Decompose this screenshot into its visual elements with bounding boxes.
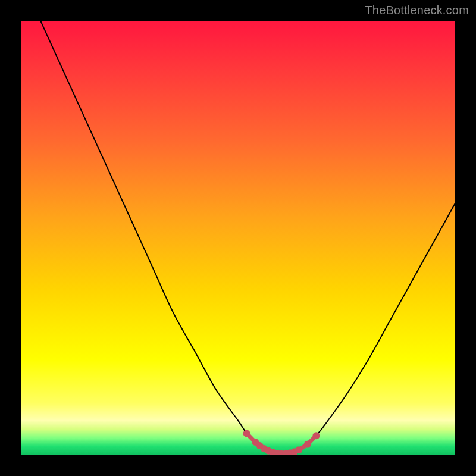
marker-dot — [312, 432, 320, 439]
watermark-text: TheBottleneck.com — [365, 4, 469, 17]
marker-dot — [295, 446, 302, 453]
chart-frame: TheBottleneck.com — [0, 0, 476, 476]
curve-group — [21, 21, 455, 454]
marker-dot — [304, 441, 311, 448]
chart-svg — [21, 21, 455, 455]
marker-dot — [243, 430, 250, 437]
plot-area — [21, 21, 455, 455]
bottleneck-curve — [21, 21, 455, 454]
markers-group — [243, 430, 320, 456]
